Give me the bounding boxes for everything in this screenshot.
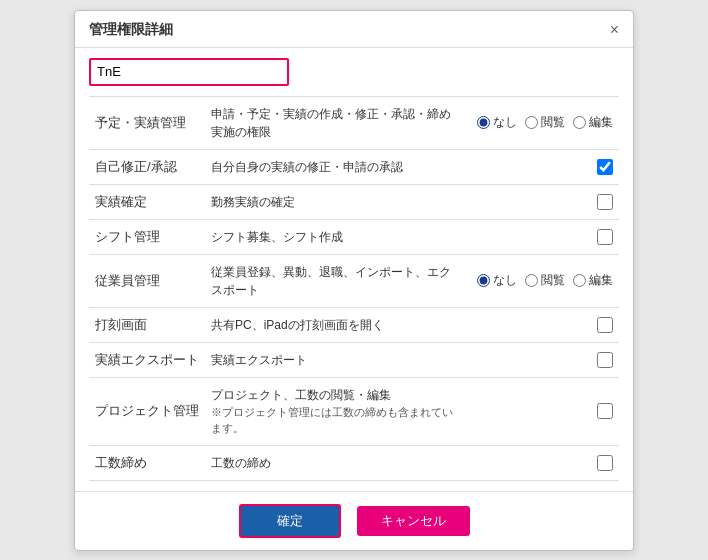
table-row: 実績確定勤務実績の確定 xyxy=(89,184,619,219)
row-ctrl-jugyoin[interactable]: なし閲覧編集 xyxy=(459,254,619,307)
row-ctrl-jiko[interactable] xyxy=(459,149,619,184)
row-name-jisseki: 実績確定 xyxy=(89,184,205,219)
radio-option-yotei-1[interactable]: 閲覧 xyxy=(525,114,565,131)
row-ctrl-dakou[interactable] xyxy=(459,307,619,342)
row-desc-jisseki: 勤務実績の確定 xyxy=(205,184,459,219)
table-row: プロジェクト管理プロジェクト、工数の閲覧・編集※プロジェクト管理には工数の締めも… xyxy=(89,377,619,445)
row-desc-shift: シフト募集、シフト作成 xyxy=(205,219,459,254)
dialog-header: 管理権限詳細 × xyxy=(75,11,633,48)
dialog-title: 管理権限詳細 xyxy=(89,21,173,39)
row-ctrl-project[interactable] xyxy=(459,377,619,445)
checkbox-kojime[interactable] xyxy=(597,455,613,471)
checkbox-wrap-kojime xyxy=(465,455,613,471)
checkbox-project[interactable] xyxy=(597,403,613,419)
checkbox-dakou[interactable] xyxy=(597,317,613,333)
dialog-footer: 確定 キャンセル xyxy=(75,491,633,550)
checkbox-wrap-export xyxy=(465,352,613,368)
radio-input-yotei-2[interactable] xyxy=(573,116,586,129)
admin-permission-dialog: 管理権限詳細 × 予定・実績管理申請・予定・実績の作成・修正・承認・締め実施の権… xyxy=(74,10,634,551)
row-desc-jiko: 自分自身の実績の修正・申請の承認 xyxy=(205,149,459,184)
checkbox-wrap-dakou xyxy=(465,317,613,333)
radio-group-yotei: なし閲覧編集 xyxy=(465,114,613,131)
radio-label-text-jugyoin-1: 閲覧 xyxy=(541,272,565,289)
confirm-button[interactable]: 確定 xyxy=(239,504,341,538)
close-button[interactable]: × xyxy=(610,22,619,38)
row-ctrl-shift[interactable] xyxy=(459,219,619,254)
radio-label-text-yotei-0: なし xyxy=(493,114,517,131)
radio-option-yotei-0[interactable]: なし xyxy=(477,114,517,131)
table-row: 自己修正/承認自分自身の実績の修正・申請の承認 xyxy=(89,149,619,184)
checkbox-wrap-jiko xyxy=(465,159,613,175)
row-name-export: 実績エクスポート xyxy=(89,342,205,377)
checkbox-wrap-jisseki xyxy=(465,194,613,210)
checkbox-shift[interactable] xyxy=(597,229,613,245)
dialog-body: 予定・実績管理申請・予定・実績の作成・修正・承認・締め実施の権限なし閲覧編集自己… xyxy=(75,48,633,491)
radio-group-jugyoin: なし閲覧編集 xyxy=(465,272,613,289)
row-ctrl-export[interactable] xyxy=(459,342,619,377)
radio-option-jugyoin-2[interactable]: 編集 xyxy=(573,272,613,289)
permission-table: 予定・実績管理申請・予定・実績の作成・修正・承認・締め実施の権限なし閲覧編集自己… xyxy=(89,96,619,481)
row-desc-jugyoin: 従業員登録、異動、退職、インポート、エクスポート xyxy=(205,254,459,307)
radio-input-jugyoin-0[interactable] xyxy=(477,274,490,287)
row-desc-project: プロジェクト、工数の閲覧・編集※プロジェクト管理には工数の締めも含まれています。 xyxy=(205,377,459,445)
cancel-button[interactable]: キャンセル xyxy=(357,506,470,536)
radio-input-yotei-1[interactable] xyxy=(525,116,538,129)
radio-input-jugyoin-1[interactable] xyxy=(525,274,538,287)
checkbox-wrap-project xyxy=(465,403,613,419)
checkbox-jiko[interactable] xyxy=(597,159,613,175)
radio-option-jugyoin-0[interactable]: なし xyxy=(477,272,517,289)
row-name-project: プロジェクト管理 xyxy=(89,377,205,445)
row-ctrl-kojime[interactable] xyxy=(459,445,619,480)
row-desc-export: 実績エクスポート xyxy=(205,342,459,377)
radio-label-text-jugyoin-0: なし xyxy=(493,272,517,289)
row-name-jiko: 自己修正/承認 xyxy=(89,149,205,184)
table-row: 実績エクスポート実績エクスポート xyxy=(89,342,619,377)
row-ctrl-yotei[interactable]: なし閲覧編集 xyxy=(459,96,619,149)
table-row: 工数締め工数の締め xyxy=(89,445,619,480)
table-row: シフト管理シフト募集、シフト作成 xyxy=(89,219,619,254)
radio-option-yotei-2[interactable]: 編集 xyxy=(573,114,613,131)
table-row: 予定・実績管理申請・予定・実績の作成・修正・承認・締め実施の権限なし閲覧編集 xyxy=(89,96,619,149)
permission-name-input[interactable] xyxy=(89,58,289,86)
row-ctrl-jisseki[interactable] xyxy=(459,184,619,219)
checkbox-jisseki[interactable] xyxy=(597,194,613,210)
row-desc-yotei: 申請・予定・実績の作成・修正・承認・締め実施の権限 xyxy=(205,96,459,149)
row-name-jugyoin: 従業員管理 xyxy=(89,254,205,307)
radio-option-jugyoin-1[interactable]: 閲覧 xyxy=(525,272,565,289)
name-input-wrap xyxy=(89,58,619,86)
row-name-yotei: 予定・実績管理 xyxy=(89,96,205,149)
row-name-kojime: 工数締め xyxy=(89,445,205,480)
row-desc-dakou: 共有PC、iPadの打刻画面を開く xyxy=(205,307,459,342)
checkbox-wrap-shift xyxy=(465,229,613,245)
row-desc2-project: ※プロジェクト管理には工数の締めも含まれています。 xyxy=(211,404,453,437)
row-desc-kojime: 工数の締め xyxy=(205,445,459,480)
row-name-dakou: 打刻画面 xyxy=(89,307,205,342)
row-name-shift: シフト管理 xyxy=(89,219,205,254)
radio-label-text-yotei-2: 編集 xyxy=(589,114,613,131)
table-row: 打刻画面共有PC、iPadの打刻画面を開く xyxy=(89,307,619,342)
radio-label-text-yotei-1: 閲覧 xyxy=(541,114,565,131)
radio-input-jugyoin-2[interactable] xyxy=(573,274,586,287)
checkbox-export[interactable] xyxy=(597,352,613,368)
radio-label-text-jugyoin-2: 編集 xyxy=(589,272,613,289)
radio-input-yotei-0[interactable] xyxy=(477,116,490,129)
table-row: 従業員管理従業員登録、異動、退職、インポート、エクスポートなし閲覧編集 xyxy=(89,254,619,307)
